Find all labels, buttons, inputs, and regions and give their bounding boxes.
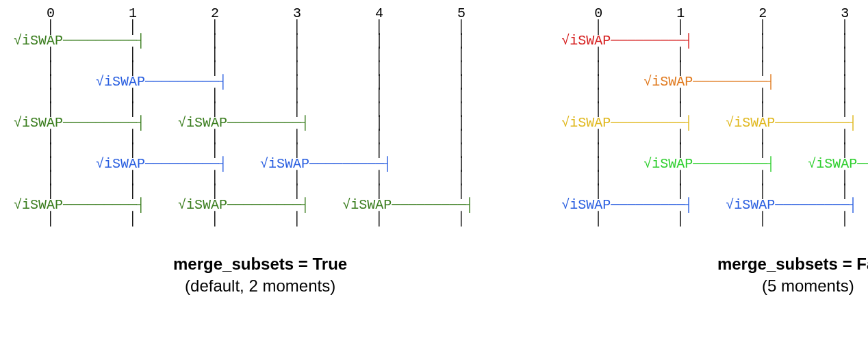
figure-root: 0 1 2 3 4 5 │ │ │ │ │ │ √iSWAP─────────┤… [0, 0, 868, 362]
right-panel: 0 1 2 3 4 5 │ │ │ │ │ │ √iSWAP─────────┤… [561, 7, 868, 355]
caption-subtitle: (5 moments) [717, 275, 868, 297]
left-panel: 0 1 2 3 4 5 │ │ │ │ │ │ √iSWAP─────────┤… [14, 7, 507, 355]
caption-title: merge_subsets = True [173, 253, 347, 275]
caption-title: merge_subsets = False [717, 253, 868, 275]
caption-subtitle: (default, 2 moments) [173, 275, 347, 297]
circuit-left: 0 1 2 3 4 5 │ │ │ │ │ │ √iSWAP─────────┤… [14, 7, 507, 226]
circuit-right: 0 1 2 3 4 5 │ │ │ │ │ │ √iSWAP─────────┤… [561, 7, 868, 226]
right-caption: merge_subsets = False (5 moments) [717, 253, 868, 298]
left-caption: merge_subsets = True (default, 2 moments… [173, 253, 347, 298]
